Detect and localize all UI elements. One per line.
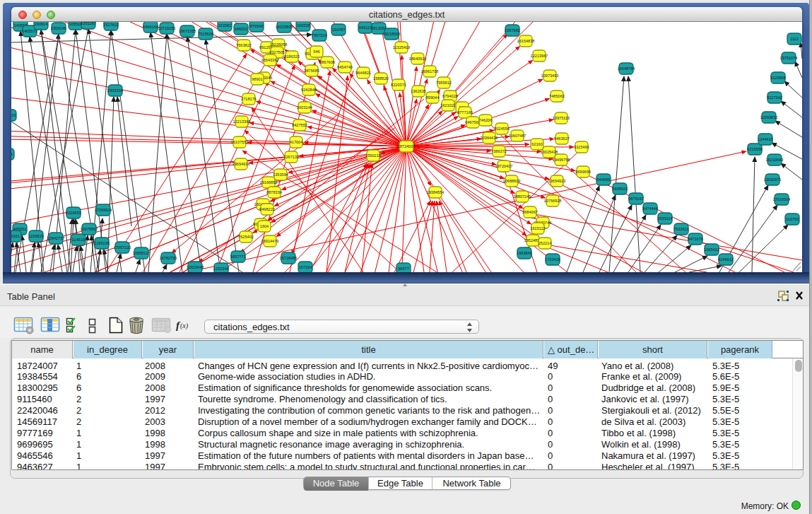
svg-text:17957223: 17957223 (114, 245, 131, 250)
svg-text:1156829: 1156829 (28, 234, 43, 238)
svg-text:1065412: 1065412 (704, 247, 719, 252)
svg-text:18724007: 18724007 (398, 144, 416, 148)
svg-text:19384554: 19384554 (427, 190, 445, 194)
svg-text:546: 546 (313, 49, 319, 54)
svg-text:9245612: 9245612 (718, 257, 734, 262)
svg-text:12213967: 12213967 (531, 54, 548, 58)
svg-text:3024554: 3024554 (494, 127, 510, 131)
svg-text:1112: 1112 (790, 37, 799, 41)
svg-text:16107553: 16107553 (231, 140, 249, 144)
svg-text:9227342: 9227342 (767, 95, 782, 100)
svg-text:6794028: 6794028 (442, 94, 458, 98)
svg-text:9129966: 9129966 (770, 76, 786, 80)
svg-text:7957224: 7957224 (312, 33, 327, 37)
svg-text:19495758: 19495758 (553, 158, 570, 162)
svg-text:8220371: 8220371 (391, 83, 406, 87)
svg-text:645123: 645123 (359, 25, 372, 30)
svg-text:10975867: 10975867 (81, 227, 98, 231)
svg-text:8878334: 8878334 (266, 190, 282, 194)
svg-text:9474444: 9474444 (642, 206, 658, 211)
svg-text:7485063: 7485063 (549, 94, 565, 98)
svg-text:746206: 746206 (479, 118, 493, 122)
svg-text:1590215: 1590215 (365, 153, 381, 158)
svg-text:11325419: 11325419 (393, 45, 410, 49)
svg-text:10973493: 10973493 (541, 74, 559, 78)
svg-text:252214: 252214 (539, 241, 552, 245)
svg-text:114519: 114519 (72, 238, 85, 242)
svg-text:9327505: 9327505 (269, 50, 285, 54)
svg-text:7632621: 7632621 (673, 227, 689, 231)
svg-text:16210643: 16210643 (766, 158, 784, 162)
svg-text:15716485: 15716485 (280, 256, 298, 260)
svg-text:2087682: 2087682 (505, 28, 520, 33)
svg-text:13692971: 13692971 (764, 177, 782, 182)
svg-text:17359924: 17359924 (95, 208, 112, 212)
svg-text:116753: 116753 (786, 217, 799, 221)
svg-text:8186323: 8186323 (284, 54, 300, 59)
svg-text:6679197: 6679197 (628, 197, 644, 201)
svg-text:876548: 876548 (250, 24, 264, 28)
svg-text:644095: 644095 (597, 177, 611, 182)
svg-text:2935114: 2935114 (657, 216, 672, 221)
svg-text:2020653: 2020653 (66, 211, 81, 215)
svg-text:8454749: 8454749 (337, 65, 353, 69)
svg-text:10756928: 10756928 (544, 199, 562, 203)
svg-text:9777169: 9777169 (457, 110, 473, 115)
svg-text:12213369: 12213369 (233, 119, 251, 124)
svg-text:2905334: 2905334 (107, 88, 123, 93)
svg-text:8938923: 8938923 (612, 187, 628, 191)
svg-text:16914479: 16914479 (261, 239, 279, 243)
svg-text:1604: 1604 (260, 224, 269, 228)
svg-text:9657771: 9657771 (230, 255, 246, 259)
svg-text:19720407: 19720407 (495, 164, 513, 168)
svg-text:9699695: 9699695 (575, 170, 591, 174)
svg-text:19166852: 19166852 (260, 180, 278, 185)
svg-text:16543362: 16543362 (261, 58, 279, 62)
svg-text:3267130: 3267130 (283, 155, 299, 159)
svg-text:20364436: 20364436 (481, 136, 498, 140)
svg-text:96577: 96577 (398, 267, 409, 271)
svg-text:62160: 62160 (531, 142, 543, 146)
svg-text:10025438: 10025438 (541, 150, 558, 154)
svg-text:154787: 154787 (332, 28, 346, 32)
svg-text:8471676: 8471676 (688, 237, 703, 241)
svg-text:157164: 157164 (299, 265, 312, 269)
svg-text:12942737: 12942737 (47, 236, 65, 240)
svg-text:13654923: 13654923 (548, 179, 566, 183)
svg-text:10671355: 10671355 (179, 29, 196, 33)
svg-text:9463627: 9463627 (554, 136, 570, 141)
svg-text:1292344: 1292344 (213, 267, 229, 271)
svg-text:1362635: 1362635 (411, 89, 426, 93)
svg-text:10958127: 10958127 (133, 251, 151, 255)
svg-text:10607487: 10607487 (509, 134, 526, 138)
svg-text:18807249: 18807249 (514, 194, 531, 199)
svg-text:10719155: 10719155 (158, 26, 176, 30)
svg-text:17016504: 17016504 (773, 197, 791, 201)
svg-text:16154838: 16154838 (517, 39, 535, 43)
svg-text:13975115: 13975115 (553, 116, 570, 120)
svg-text:19654933: 19654933 (233, 162, 250, 166)
svg-text:1405572: 1405572 (22, 29, 37, 33)
svg-text:2867608: 2867608 (319, 60, 335, 64)
svg-text:(x): (x) (180, 322, 189, 330)
svg-text:1295135: 1295135 (94, 241, 110, 245)
svg-text:9242848: 9242848 (301, 88, 317, 92)
svg-text:12093832: 12093832 (760, 115, 778, 119)
svg-text:19218506: 19218506 (383, 32, 401, 36)
svg-text:2309146: 2309146 (51, 26, 66, 30)
svg-text:10688609: 10688609 (503, 179, 521, 183)
svg-text:9646821: 9646821 (355, 71, 371, 75)
svg-text:230914: 230914 (35, 22, 48, 26)
svg-text:9115460: 9115460 (574, 145, 589, 149)
svg-text:7625402: 7625402 (238, 235, 254, 239)
svg-text:16961758: 16961758 (421, 69, 439, 74)
svg-text:15751074: 15751074 (780, 56, 798, 60)
svg-text:39151: 39151 (11, 234, 20, 238)
svg-text:3684067: 3684067 (522, 210, 538, 214)
svg-text:16782759: 16782759 (160, 256, 177, 260)
svg-text:160338: 160338 (297, 23, 310, 28)
svg-text:15226058: 15226058 (270, 42, 288, 47)
svg-text:8813054: 8813054 (371, 26, 387, 30)
svg-text:1621022: 1621022 (440, 103, 456, 107)
svg-text:186032: 186032 (235, 27, 248, 31)
